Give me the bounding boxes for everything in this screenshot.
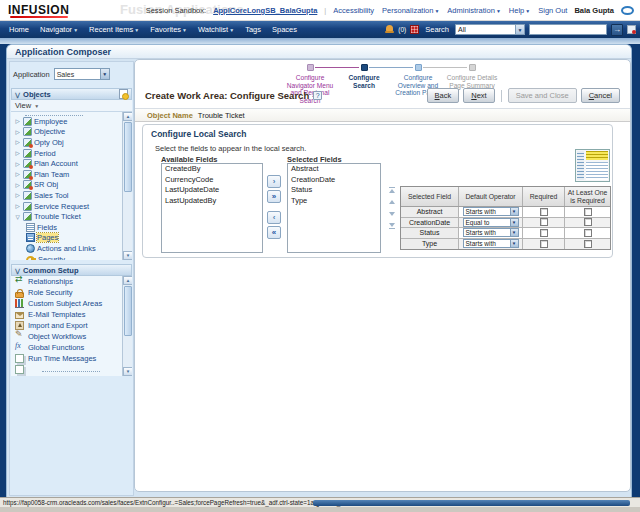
tree-item-security[interactable]: Security: [11, 254, 121, 260]
common-setup-item-e-mail-templates[interactable]: E-Mail Templates: [11, 309, 132, 320]
train-step-label-2[interactable]: Configure Search: [337, 74, 391, 89]
tree-item-service-request[interactable]: ▷Service Request: [11, 201, 121, 212]
at-least-one-checkbox-abstract[interactable]: [584, 208, 592, 216]
at-least-one-checkbox-type[interactable]: [584, 240, 592, 248]
common-setup-section-header[interactable]: ⋁ Common Setup: [11, 264, 132, 276]
tree-item-trouble-ticket[interactable]: ▽Trouble Ticket: [11, 211, 121, 222]
move-all-left-button[interactable]: «: [267, 226, 281, 239]
bell-icon[interactable]: [385, 25, 394, 34]
application-select[interactable]: Sales ▼: [54, 68, 110, 80]
tree-item-period[interactable]: ▷Period: [11, 148, 121, 159]
tree-item-opty-obj[interactable]: ▷Opty Obj: [11, 137, 121, 148]
train-step-marker-1[interactable]: [307, 64, 314, 71]
conversation-icon[interactable]: [621, 6, 634, 15]
topbar-link-help[interactable]: Help▼: [509, 6, 530, 15]
common-setup-item-role-security[interactable]: Role Security: [11, 287, 132, 298]
common-setup-item-relationships[interactable]: Relationships: [11, 276, 132, 287]
view-menu-button[interactable]: View ▼: [11, 100, 132, 112]
scroll-down-icon[interactable]: ▼: [123, 367, 132, 376]
move-to-bottom-icon[interactable]: [388, 223, 396, 230]
topbar-link-personalization[interactable]: Personalization▼: [382, 6, 439, 15]
at-least-one-checkbox-creationdate[interactable]: [584, 218, 592, 226]
move-selected-left-button[interactable]: ‹: [267, 211, 281, 224]
required-checkbox-status[interactable]: [540, 229, 548, 237]
scrollbar-thumb[interactable]: [124, 286, 132, 336]
cancel-button[interactable]: Cancel: [581, 88, 620, 103]
collapse-icon[interactable]: ⋁: [15, 91, 20, 98]
expanded-arrow-icon[interactable]: ▽: [14, 214, 21, 220]
tree-item-objective[interactable]: ▷Objective: [11, 127, 121, 138]
common-setup-item-run-time-messages[interactable]: Run Time Messages: [11, 353, 132, 364]
new-object-icon[interactable]: [119, 89, 128, 99]
tree-item-plan-account[interactable]: ▷Plan Account: [11, 158, 121, 169]
tree-item-actions-and-links[interactable]: Actions and Links: [11, 243, 121, 254]
chevron-down-icon[interactable]: ▼: [100, 69, 109, 79]
chevron-down-icon[interactable]: ▼: [510, 219, 518, 226]
tree-item-plan-team[interactable]: ▷Plan Team: [11, 169, 121, 180]
collapsed-arrow-icon[interactable]: ▷: [14, 129, 21, 135]
collapsed-arrow-icon[interactable]: ▷: [14, 118, 21, 124]
operator-select-creationdate[interactable]: Equal to▼: [463, 218, 519, 227]
common-setup-item-import-and-export[interactable]: Import and Export: [11, 320, 132, 331]
scroll-up-icon[interactable]: ▲: [123, 276, 132, 285]
collapsed-arrow-icon[interactable]: ▷: [14, 139, 21, 145]
search-input[interactable]: [529, 24, 607, 35]
move-up-icon[interactable]: [388, 199, 396, 206]
available-field-item[interactable]: LastUpdateDate: [162, 185, 262, 196]
back-button[interactable]: Back: [427, 88, 460, 103]
advanced-search-icon[interactable]: [627, 25, 636, 34]
objects-section-header[interactable]: ⋁ Objects: [11, 88, 132, 100]
topbar-link-accessibility[interactable]: Accessibility: [333, 6, 374, 15]
common-setup-item-global-functions[interactable]: Global Functions: [11, 342, 132, 353]
required-checkbox-abstract[interactable]: [540, 208, 548, 216]
collapsed-arrow-icon[interactable]: ▷: [14, 192, 21, 198]
session-sandbox-link[interactable]: ApplCoreLongSB_BalaGupta: [213, 6, 317, 15]
train-step-marker-4[interactable]: [469, 64, 476, 71]
search-go-button[interactable]: →: [611, 24, 623, 36]
chevron-down-icon[interactable]: ▼: [510, 229, 518, 236]
menu-item-home[interactable]: Home: [9, 25, 29, 34]
menu-item-favorites[interactable]: Favorites▼: [150, 25, 187, 34]
menu-item-watchlist[interactable]: Watchlist▼: [198, 25, 234, 34]
operator-select-abstract[interactable]: Starts with▼: [463, 207, 519, 216]
train-step-marker-3[interactable]: [415, 64, 422, 71]
topbar-link-sign-out[interactable]: Sign Out: [538, 6, 567, 15]
selected-field-item[interactable]: Abstract: [288, 164, 380, 175]
search-scope-select[interactable]: All ▼: [455, 24, 525, 35]
menu-item-tags[interactable]: Tags: [245, 25, 261, 34]
available-field-item[interactable]: CurrencyCode: [162, 175, 262, 186]
next-button[interactable]: Next: [463, 88, 494, 103]
collapsed-arrow-icon[interactable]: ▷: [14, 161, 21, 167]
save-and-close-button[interactable]: Save and Close: [508, 88, 577, 103]
operator-select-status[interactable]: Starts with▼: [463, 228, 519, 237]
tree-item-pages[interactable]: Pages: [11, 233, 121, 244]
scrollbar-thumb[interactable]: [124, 122, 132, 192]
move-down-icon[interactable]: [388, 211, 396, 218]
selected-fields-list[interactable]: AbstractCreationDateStatusType: [287, 163, 381, 253]
common-setup-scrollbar[interactable]: ▲ ▼: [122, 276, 132, 376]
collapse-icon[interactable]: ⋁: [15, 267, 20, 274]
move-to-top-icon[interactable]: [388, 187, 396, 194]
menu-item-recent-items[interactable]: Recent Items▼: [89, 25, 139, 34]
move-selected-right-button[interactable]: ›: [267, 175, 281, 188]
train-step-marker-2[interactable]: [361, 64, 368, 71]
scroll-down-icon[interactable]: ▼: [123, 251, 132, 260]
operator-select-type[interactable]: Starts with▼: [463, 239, 519, 248]
calendar-icon[interactable]: [410, 25, 419, 34]
move-all-right-button[interactable]: »: [267, 190, 281, 203]
available-field-item[interactable]: CreatedBy: [162, 164, 262, 175]
topbar-link-administration[interactable]: Administration▼: [447, 6, 500, 15]
menu-item-navigator[interactable]: Navigator▼: [40, 25, 78, 34]
tree-scrollbar[interactable]: ▲ ▼: [122, 112, 132, 260]
selected-field-item[interactable]: CreationDate: [288, 175, 380, 186]
menu-item-spaces[interactable]: Spaces: [272, 25, 297, 34]
tree-item-sr-obj[interactable]: ▷SR Obj: [11, 180, 121, 191]
chevron-down-icon[interactable]: ▼: [515, 25, 524, 34]
collapsed-arrow-icon[interactable]: ▷: [14, 182, 21, 188]
available-fields-list[interactable]: CreatedByCurrencyCodeLastUpdateDateLastU…: [161, 163, 263, 253]
help-icon[interactable]: ?: [313, 91, 322, 100]
collapsed-arrow-icon[interactable]: ▷: [14, 203, 21, 209]
collapsed-arrow-icon[interactable]: ▷: [14, 171, 21, 177]
tree-item-employee[interactable]: ▷Employee: [11, 116, 121, 127]
chevron-down-icon[interactable]: ▼: [510, 240, 518, 247]
